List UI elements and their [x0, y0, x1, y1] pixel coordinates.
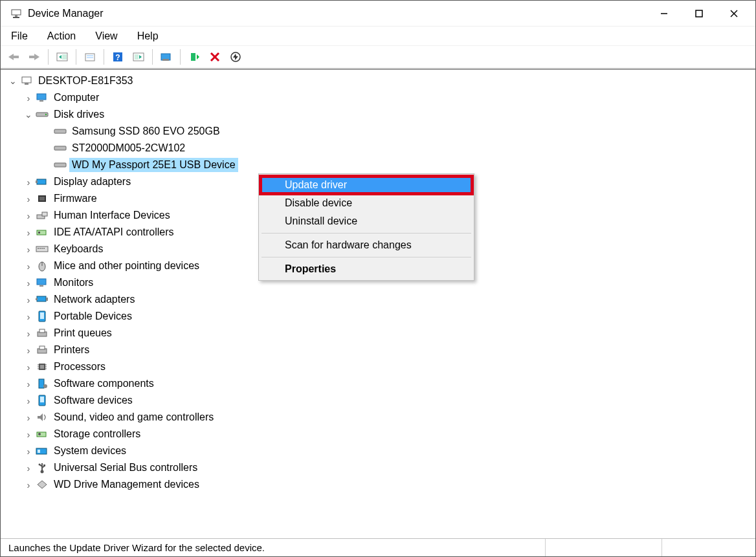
svg-rect-62: [39, 329, 45, 333]
svg-rect-55: [39, 285, 43, 287]
expand-collapse-icon[interactable]: [24, 429, 33, 440]
device-tree[interactable]: DESKTOP-E81F353 Computer Disk drives Sam…: [1, 69, 755, 538]
category-label: Monitors: [51, 276, 96, 290]
maximize-button[interactable]: [682, 1, 717, 26]
svg-rect-50: [41, 248, 43, 249]
device-item-selected[interactable]: WD My Passport 25E1 USB Device: [3, 157, 755, 173]
device-item[interactable]: ST2000DM005-2CW102: [3, 140, 755, 157]
expand-collapse-icon[interactable]: [24, 193, 33, 204]
menu-scan-hardware[interactable]: Scan for hardware changes: [260, 236, 472, 254]
svg-text:?: ?: [115, 53, 120, 62]
expand-collapse-icon[interactable]: [24, 412, 33, 423]
category-print-queues[interactable]: Print queues: [3, 325, 755, 342]
network-icon: [36, 294, 49, 305]
disk-icon: [36, 109, 49, 120]
expand-collapse-icon[interactable]: [24, 244, 33, 255]
svg-rect-58: [46, 298, 48, 301]
category-label: Computer: [51, 91, 102, 105]
category-label: Sound, video and game controllers: [51, 410, 216, 424]
software-device-icon: [36, 395, 49, 406]
svg-rect-21: [135, 54, 139, 60]
svg-rect-0: [12, 10, 21, 15]
minimize-button[interactable]: [647, 1, 682, 26]
menu-help[interactable]: Help: [133, 29, 162, 43]
category-computer[interactable]: Computer: [3, 89, 755, 106]
menu-update-driver[interactable]: Update driver: [260, 176, 472, 194]
expand-collapse-icon[interactable]: [24, 177, 33, 188]
chip-icon: [36, 193, 49, 204]
disk-icon: [54, 142, 67, 154]
help-button[interactable]: ?: [109, 49, 127, 65]
category-portable[interactable]: Portable Devices: [3, 308, 755, 325]
toolbar-separator: [48, 49, 49, 65]
expand-collapse-icon[interactable]: [24, 463, 33, 474]
expand-collapse-icon[interactable]: [24, 227, 33, 238]
back-button[interactable]: [5, 49, 23, 65]
expand-collapse-icon[interactable]: [24, 446, 33, 457]
menu-disable-device[interactable]: Disable device: [260, 194, 472, 212]
category-label: Processors: [51, 360, 108, 374]
category-processors[interactable]: Processors: [3, 358, 755, 375]
menu-properties[interactable]: Properties: [260, 260, 472, 278]
category-printers[interactable]: Printers: [3, 342, 755, 358]
device-label: ST2000DM005-2CW102: [69, 141, 188, 155]
expand-collapse-icon[interactable]: [8, 76, 17, 86]
category-wd-drive-management[interactable]: WD Drive Management devices: [3, 476, 755, 493]
device-item[interactable]: Samsung SSD 860 EVO 250GB: [3, 123, 755, 140]
svg-marker-9: [34, 54, 39, 60]
disable-device-button[interactable]: [227, 49, 245, 65]
expand-collapse-icon[interactable]: [24, 328, 33, 339]
category-usb[interactable]: Universal Serial Bus controllers: [3, 459, 755, 476]
software-component-icon: [36, 378, 49, 389]
expand-collapse-icon[interactable]: [24, 345, 33, 356]
category-label: Disk drives: [51, 107, 107, 122]
category-storage[interactable]: Storage controllers: [3, 426, 755, 442]
scan-hardware-button[interactable]: [129, 49, 148, 65]
forward-button[interactable]: [25, 49, 43, 65]
svg-rect-1: [15, 15, 17, 17]
update-driver-button[interactable]: [157, 49, 175, 65]
expand-collapse-icon[interactable]: [24, 311, 33, 322]
expand-collapse-icon[interactable]: [24, 378, 33, 389]
svg-rect-38: [54, 163, 66, 167]
category-system-devices[interactable]: System devices: [3, 442, 755, 459]
menu-action[interactable]: Action: [43, 29, 80, 43]
expand-collapse-icon[interactable]: [24, 294, 33, 305]
category-label: Display adapters: [51, 175, 133, 189]
expand-collapse-icon[interactable]: [24, 210, 33, 221]
properties-button[interactable]: [81, 49, 99, 65]
close-button[interactable]: [717, 1, 751, 26]
expand-collapse-icon[interactable]: [24, 261, 33, 272]
category-software-components[interactable]: Software components: [3, 375, 755, 392]
menu-file[interactable]: File: [7, 29, 32, 43]
expand-collapse-icon[interactable]: [24, 109, 33, 120]
menu-uninstall-device[interactable]: Uninstall device: [260, 212, 472, 230]
svg-marker-29: [233, 54, 238, 60]
menu-view[interactable]: View: [91, 29, 121, 43]
device-manager-window: Device Manager File Action View Help ?: [0, 0, 756, 557]
category-sound[interactable]: Sound, video and game controllers: [3, 409, 755, 426]
printer-icon: [36, 344, 49, 356]
category-software-devices[interactable]: Software devices: [3, 392, 755, 409]
show-hide-tree-button[interactable]: [53, 49, 71, 65]
svg-marker-77: [38, 413, 43, 421]
expand-collapse-icon[interactable]: [24, 93, 33, 104]
expand-collapse-icon[interactable]: [24, 479, 33, 490]
svg-rect-66: [40, 365, 44, 369]
category-disk-drives[interactable]: Disk drives: [3, 106, 755, 123]
uninstall-device-button[interactable]: [206, 49, 224, 65]
status-text: Launches the Update Driver Wizard for th…: [5, 539, 546, 556]
svg-rect-30: [22, 77, 31, 83]
menu-separator: [261, 233, 471, 234]
expand-collapse-icon[interactable]: [24, 362, 33, 373]
disk-icon: [54, 126, 67, 137]
expand-collapse-icon[interactable]: [24, 395, 33, 406]
enable-device-button[interactable]: [185, 49, 203, 65]
portable-device-icon: [36, 311, 49, 322]
category-network[interactable]: Network adapters: [3, 291, 755, 308]
svg-rect-16: [87, 57, 93, 58]
tree-root[interactable]: DESKTOP-E81F353: [3, 72, 755, 89]
svg-rect-44: [42, 212, 47, 216]
drive-management-icon: [36, 479, 49, 490]
expand-collapse-icon[interactable]: [24, 278, 33, 289]
